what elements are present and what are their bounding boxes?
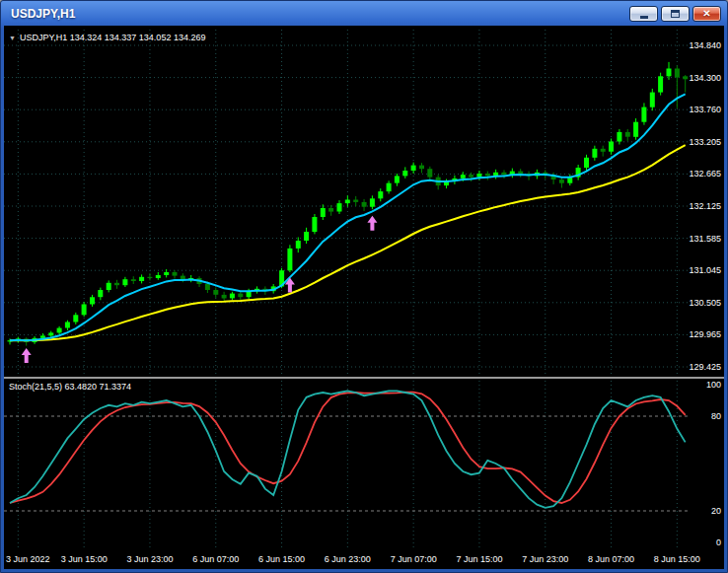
candle-body [427, 169, 432, 177]
candle-body [90, 297, 95, 304]
candle-body [518, 172, 523, 174]
titlebar[interactable]: USDJPY,H1 ✕ [4, 1, 724, 26]
moving-averages [10, 94, 686, 340]
close-icon: ✕ [702, 9, 710, 19]
candle-body [114, 283, 119, 285]
price-axis-label: 132.665 [689, 169, 721, 179]
candle-body [378, 191, 383, 198]
candle-body [584, 158, 589, 168]
candle-body [345, 200, 350, 204]
candle-body [559, 179, 564, 183]
candle-body [641, 107, 646, 122]
candle-body [411, 166, 416, 171]
candle-body [213, 290, 218, 295]
candle-body [328, 208, 333, 212]
dropdown-triangle-icon[interactable]: ▼ [9, 35, 16, 41]
candle-body [353, 200, 358, 202]
candle-body [57, 328, 62, 333]
candle-body [337, 203, 342, 211]
candle-body [625, 132, 630, 137]
candle-body [387, 183, 392, 191]
candle-body [370, 198, 375, 206]
candle-body [131, 279, 136, 281]
time-axis-label: 3 Jun 2022 [6, 554, 50, 564]
candle-body [395, 176, 400, 182]
candle-body [82, 305, 87, 316]
candle-body [222, 295, 227, 299]
time-axis-label: 6 Jun 15:00 [258, 554, 305, 564]
close-button[interactable]: ✕ [692, 6, 721, 22]
stoch-axis-label: 100 [706, 380, 721, 390]
candle-body [485, 174, 490, 176]
candle-body [633, 122, 638, 137]
candle-body [312, 217, 317, 232]
candle-body [667, 69, 672, 77]
candle-body [48, 332, 53, 335]
price-axis-label: 133.205 [689, 137, 721, 147]
time-axis-label: 7 Jun 15:00 [456, 554, 502, 564]
minimize-icon [640, 16, 648, 19]
candle-body [304, 232, 309, 241]
candle-body [107, 283, 111, 290]
price-axis-label: 134.300 [689, 73, 721, 83]
chart-window: USDJPY,H1 ✕ 134.840134.300133.760133.205… [0, 0, 728, 573]
candle-body [675, 69, 680, 78]
candle-body [601, 149, 606, 152]
candle-body [139, 277, 144, 281]
candle-body [40, 335, 45, 337]
time-axis-label: 6 Jun 23:00 [325, 554, 371, 564]
candle-body [321, 208, 326, 217]
chart-client-area: 134.840134.300133.760133.205132.665132.1… [4, 26, 724, 569]
grid: 134.840134.300133.760133.205132.665132.1… [4, 30, 721, 564]
price-axis-label: 134.840 [689, 40, 721, 50]
time-axis-label: 3 Jun 15:00 [61, 554, 108, 564]
candle-body [362, 202, 367, 207]
price-axis-label: 129.965 [689, 329, 721, 339]
stoch-axis-label: 80 [711, 411, 721, 421]
buy-arrow-icon [22, 348, 32, 363]
window-title: USDJPY,H1 [4, 7, 75, 21]
candle-body [238, 294, 243, 298]
candle-body [592, 149, 597, 158]
minimize-button[interactable] [629, 6, 658, 22]
candle-body [173, 272, 178, 276]
candle-body [156, 275, 161, 278]
candle-body [230, 294, 235, 299]
time-axis-label: 8 Jun 15:00 [654, 554, 700, 564]
candle-body [476, 174, 481, 178]
stoch-axis-label: 0 [716, 537, 721, 547]
price-axis-label: 130.505 [689, 298, 721, 308]
candle-body [609, 142, 614, 152]
candle-body [402, 171, 407, 176]
candle-body [164, 272, 169, 275]
candle-body [469, 175, 473, 177]
price-axis-label: 129.425 [689, 362, 721, 372]
maximize-button[interactable] [661, 6, 690, 22]
price-axis-label: 131.045 [689, 265, 721, 275]
window-controls: ✕ [629, 6, 724, 22]
price-axis-label: 133.760 [689, 105, 721, 114]
ohlc-text: USDJPY,H1 134.324 134.337 134.052 134.26… [20, 33, 206, 42]
indicator-label: Stoch(21,5,5) 63.4820 71.3374 [9, 382, 131, 392]
maximize-icon [671, 10, 680, 18]
ohlc-label: ▼ USDJPY,H1 134.324 134.337 134.052 134.… [9, 33, 205, 42]
time-axis-label: 7 Jun 07:00 [391, 554, 437, 564]
stoch-axis-label: 20 [711, 506, 721, 516]
ma-fast-line [10, 94, 686, 340]
time-axis-label: 6 Jun 07:00 [192, 554, 239, 564]
candle-body [98, 290, 103, 297]
time-axis-label: 3 Jun 23:00 [126, 554, 173, 564]
buy-arrow-icon [367, 216, 377, 231]
candle-body [502, 173, 507, 175]
candle-body [683, 76, 688, 79]
candle-body [73, 315, 78, 322]
candle-body [617, 132, 621, 142]
candle-body [419, 166, 424, 170]
candle-body [287, 249, 292, 270]
time-axis-label: 8 Jun 07:00 [588, 554, 634, 564]
chart-canvas[interactable]: 134.840134.300133.760133.205132.665132.1… [4, 26, 724, 569]
price-axis-label: 131.585 [689, 234, 721, 244]
candle-body [65, 322, 70, 328]
candle-body [461, 175, 466, 179]
candle-body [650, 93, 655, 107]
